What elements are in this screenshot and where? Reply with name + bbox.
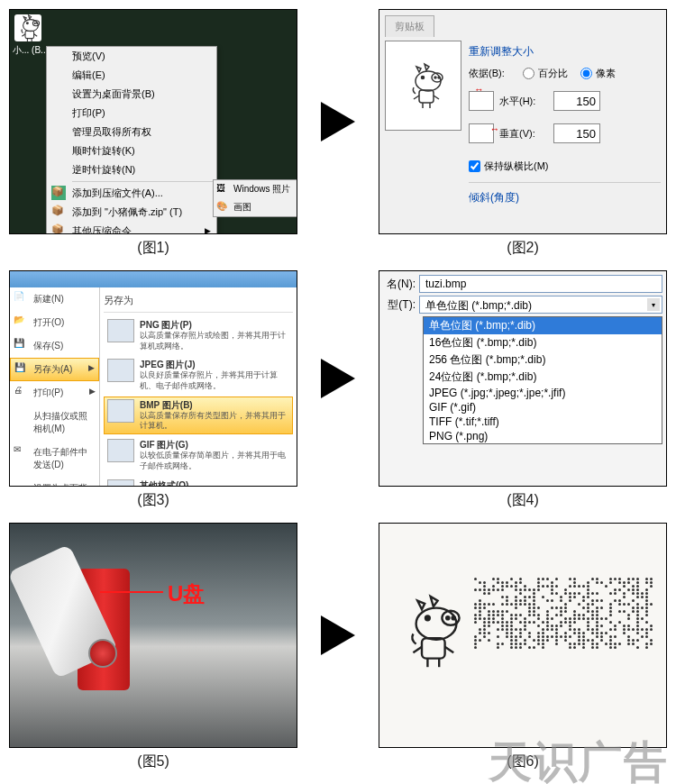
submenu-paint[interactable]: 🎨画图 — [214, 198, 297, 216]
jpeg-icon — [107, 359, 134, 382]
menu-save[interactable]: 💾保存(S) — [10, 334, 99, 358]
menu-print[interactable]: 打印(P) — [47, 104, 216, 123]
menu-save-as[interactable]: 💾另存为(A)▶ — [10, 358, 99, 381]
callout-line — [100, 591, 163, 593]
other-format-icon — [107, 479, 134, 488]
filetype-select[interactable]: 单色位图 (*.bmp;*.dib)▾ — [419, 296, 662, 314]
svg-line-19 — [434, 96, 439, 99]
menu-set-background[interactable]: 设置为桌面背景(B) — [47, 85, 216, 104]
save-as-formats: 另存为 PNG 图片(P)以高质量保存照片或绘图，并将其用于计算机或网络。 JP… — [100, 287, 297, 486]
menu-rotate-cw[interactable]: 顺时针旋转(K) — [47, 141, 216, 160]
format-png[interactable]: PNG 图片(P)以高质量保存照片或绘图，并将其用于计算机或网络。 — [104, 316, 293, 354]
print-icon: 🖨 — [14, 385, 28, 399]
svg-point-20 — [416, 608, 457, 640]
format-gif[interactable]: GIF 图片(G)以较低质量保存简单图片，并将其用于电子邮件或网络。 — [104, 436, 293, 474]
option-tiff[interactable]: TIFF (*.tif;*.tiff) — [424, 415, 662, 429]
panel-2-resize-dialog: 剪贴板 重新调整大小 依据(B): 百分比 像素 ↔ 水平(H): ↕ — [379, 9, 667, 234]
zip-icon: 📦 — [51, 205, 66, 219]
panel-6-printout — [379, 523, 667, 748]
caption-5: (图5) — [9, 752, 297, 779]
svg-point-14 — [421, 76, 424, 78]
save-icon: 💾 — [14, 338, 28, 352]
pig-icon — [401, 61, 446, 111]
usb-label: U盘 — [168, 579, 205, 608]
context-menu: 预览(V) 编辑(E) 设置为桌面背景(B) 打印(P) 管理员取得所有权 顺时… — [46, 46, 217, 234]
dot-matrix-pattern — [474, 578, 654, 650]
option-256-bmp[interactable]: 256 色位图 (*.bmp;*.dib) — [424, 351, 662, 369]
caption-2: (图2) — [379, 239, 667, 266]
option-gif[interactable]: GIF (*.gif) — [424, 400, 662, 415]
by-label: 依据(B): — [469, 67, 523, 80]
format-bmp[interactable]: BMP 图片(B)以高质量保存所有类型图片，并将其用于计算机。 — [104, 397, 293, 434]
clipboard-tab[interactable]: 剪贴板 — [385, 15, 434, 37]
menu-print[interactable]: 🖨打印(P)▶ — [10, 381, 99, 405]
option-mono-bmp[interactable]: 单色位图 (*.bmp;*.dib) — [424, 317, 662, 334]
caption-4: (图4) — [379, 491, 667, 518]
svg-line-18 — [414, 96, 419, 99]
format-other[interactable]: 其他格式(O)打开"另存为"对话框，从所有可能的文件类型中进行选择。 — [104, 477, 293, 488]
svg-rect-15 — [419, 90, 434, 103]
horizontal-input[interactable] — [553, 91, 600, 111]
desktop-file-icon[interactable] — [14, 14, 41, 41]
bmp-icon — [107, 399, 134, 423]
svg-point-13 — [438, 77, 440, 78]
pig-icon — [393, 591, 465, 672]
arrow-3 — [306, 523, 370, 748]
svg-point-10 — [416, 71, 441, 91]
svg-point-22 — [446, 616, 449, 619]
menu-open[interactable]: 📂打开(O) — [10, 311, 99, 334]
filetype-dropdown-list: 单色位图 (*.bmp;*.dib) 16色位图 (*.bmp;*.dib) 2… — [423, 316, 662, 444]
filename-input[interactable]: tuzi.bmp — [419, 275, 662, 293]
h-label: 水平(H): — [499, 95, 553, 108]
svg-line-28 — [413, 647, 422, 652]
arrow-1 — [306, 9, 370, 234]
arrow-right-icon — [321, 359, 355, 398]
menu-edit[interactable]: 编辑(E) — [47, 66, 216, 85]
menu-scanner[interactable]: 从扫描仪或照相机(M) — [10, 405, 99, 441]
chevron-right-icon: ▶ — [205, 226, 211, 234]
email-icon: ✉ — [14, 444, 28, 459]
resize-title: 重新调整大小 — [469, 44, 661, 59]
menu-admin[interactable]: 管理员取得所有权 — [47, 123, 216, 141]
printed-pig — [393, 591, 465, 674]
option-24bit-bmp[interactable]: 24位位图 (*.bmp;*.dib) — [424, 369, 662, 386]
h-arrow-icon: ↔ — [474, 84, 484, 95]
png-icon — [107, 319, 134, 342]
submenu-windows-photos[interactable]: 🖼Windows 照片 — [214, 180, 297, 198]
open-icon: 📂 — [14, 315, 28, 329]
filename-label: 名(N): — [383, 277, 419, 292]
radio-pixel[interactable] — [580, 68, 592, 79]
resize-preview — [385, 41, 461, 131]
option-png[interactable]: PNG (*.png) — [424, 429, 662, 443]
svg-rect-5 — [25, 31, 34, 38]
panel-4-file-type-dropdown: 名(N): tuzi.bmp 型(T): 单色位图 (*.bmp;*.dib)▾… — [379, 270, 667, 487]
gif-icon — [107, 439, 134, 462]
menu-email[interactable]: ✉在电子邮件中发送(D) — [10, 441, 99, 477]
option-16-bmp[interactable]: 16色位图 (*.bmp;*.dib) — [424, 334, 662, 351]
panel-3-save-as-menu: 📄新建(N) 📂打开(O) 💾保存(S) 💾另存为(A)▶ 🖨打印(P)▶ 从扫… — [9, 270, 297, 487]
format-jpeg[interactable]: JPEG 图片(J)以良好质量保存照片，并将其用于计算机、电子邮件或网络。 — [104, 356, 293, 394]
radio-percent[interactable] — [523, 68, 534, 79]
arrow-2 — [306, 270, 370, 487]
lock-ratio-checkbox[interactable] — [469, 160, 480, 172]
svg-point-4 — [27, 22, 29, 23]
menu-add-zip[interactable]: 📦添加到 "小猪佩奇.zip" (T) — [47, 203, 216, 222]
vertical-input[interactable] — [553, 123, 600, 143]
file-menu-left: 📄新建(N) 📂打开(O) 💾保存(S) 💾另存为(A)▶ 🖨打印(P)▶ 从扫… — [10, 287, 100, 486]
menu-new[interactable]: 📄新建(N) — [10, 287, 99, 311]
menu-other-zip[interactable]: 📦其他压缩命令▶ — [47, 222, 216, 234]
menu-rotate-ccw[interactable]: 逆时针旋转(N) — [47, 160, 216, 179]
menu-set-bg[interactable]: 设置为桌面背景(B) — [10, 477, 99, 487]
menu-add-archive[interactable]: 📦添加到压缩文件(A)... — [47, 184, 216, 203]
svg-point-2 — [34, 23, 35, 23]
svg-point-3 — [37, 23, 38, 23]
zip-icon: 📦 — [51, 223, 66, 234]
usb-drive — [32, 542, 150, 699]
new-icon: 📄 — [14, 291, 28, 305]
option-jpeg[interactable]: JPEG (*.jpg;*.jpeg;*.jpe;*.jfif) — [424, 386, 662, 400]
open-with-submenu: 🖼Windows 照片 🎨画图 — [213, 179, 297, 217]
save-as-header: 另存为 — [104, 291, 293, 313]
menu-separator — [72, 181, 213, 182]
menu-preview[interactable]: 预览(V) — [47, 47, 216, 66]
panel-1-context-menu: 小... (B... 预览(V) 编辑(E) 设置为桌面背景(B) 打印(P) … — [9, 9, 297, 234]
